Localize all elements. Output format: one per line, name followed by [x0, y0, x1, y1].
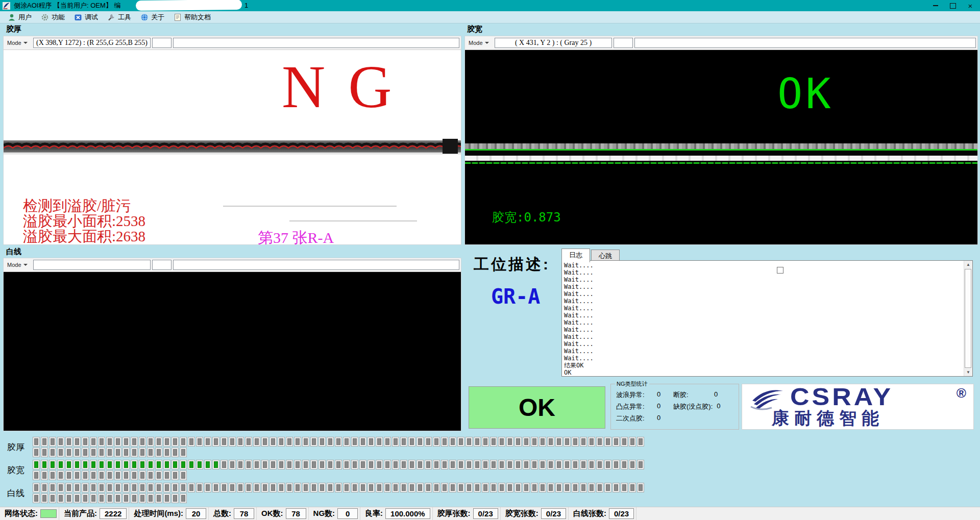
status-value: 0 [337, 508, 358, 519]
indicator-cell [482, 460, 489, 469]
indicator-cell [122, 460, 130, 469]
indicator-cell [523, 460, 530, 469]
indicator-cell [90, 471, 97, 480]
maximize-icon [950, 3, 956, 9]
indicator-cell [310, 437, 317, 447]
indicator-cell [637, 437, 644, 447]
log-scrollbar[interactable]: ▲ ▼ [964, 261, 972, 376]
strip-white [465, 156, 977, 161]
minimize-button[interactable] [927, 0, 944, 11]
indicator-cell [122, 437, 130, 447]
status-item-3: 处理时间(ms):20 [129, 507, 209, 520]
indicator-cell [122, 448, 130, 457]
tab-log[interactable]: 日志 [561, 249, 590, 262]
indicator-cell [302, 437, 309, 447]
indicator-cell [172, 460, 179, 469]
log-line: 结果OK [564, 362, 972, 369]
indicator-cell [514, 460, 522, 469]
glue-thickness-toolbar: Mode (X 398,Y 1272) : (R 255,G 255,B 255… [4, 36, 461, 50]
log-checkbox[interactable] [777, 267, 783, 274]
indicator-cell [49, 493, 56, 503]
close-button[interactable]: × [962, 0, 979, 11]
chevron-down-icon [23, 264, 28, 266]
chevron-down-icon [23, 42, 28, 44]
indicator-cell [196, 483, 203, 492]
indicator-cell [90, 483, 97, 492]
ng-statistics-columns: 波浪异常:0凸点异常:0二次点胶:0 断胶:0缺胶(没点胶):0 [611, 384, 739, 423]
indicator-cell [245, 437, 252, 447]
ng-stat-row: 波浪异常:0 [616, 390, 671, 400]
indicator-cell [564, 483, 571, 492]
log-line: Wait.... [564, 276, 972, 283]
indicator-cell [172, 483, 179, 492]
indicator-cell [155, 471, 162, 480]
indicator-cell [41, 493, 48, 503]
menu-item-5[interactable]: 关于 [136, 12, 169, 23]
indicator-cell [384, 437, 391, 447]
indicator-cell [270, 437, 277, 447]
mode-dropdown[interactable]: Mode [5, 262, 32, 268]
indicator-cell [98, 448, 105, 457]
indicator-cell [474, 483, 481, 492]
indicator-cell [41, 460, 48, 469]
scrollbar-thumb[interactable] [965, 269, 971, 368]
maximize-button[interactable] [944, 0, 962, 11]
menu-item-4[interactable]: 工具 [103, 12, 136, 23]
indicator-cell [621, 437, 628, 447]
menu-item-3[interactable]: 调试 [69, 12, 103, 23]
indicator-cell [114, 471, 121, 480]
indicator-cell [425, 483, 432, 492]
window-controls: × [927, 0, 979, 11]
indicator-cell [245, 460, 252, 469]
indicator-cell [531, 460, 538, 469]
band-end-block [443, 139, 458, 154]
indicator-cell [147, 471, 154, 480]
indicator-cell [180, 483, 187, 492]
indicator-cell [57, 448, 64, 457]
mode-dropdown[interactable]: Mode [467, 40, 493, 46]
panel-title-white-line: 白线 [6, 247, 21, 257]
indicator-cell [74, 493, 81, 503]
menu-item-2[interactable]: 功能 [36, 12, 69, 23]
indicator-cell [33, 471, 40, 480]
aoi-application-window: { "titlebar": { "title": "侧涂AOI程序 【当前用户:… [0, 0, 980, 520]
overall-result-button[interactable]: OK [469, 386, 605, 429]
status-bar: 网络状态:当前产品:2222处理时间(ms):20总数:78OK数:78NG数:… [0, 507, 980, 520]
indicator-cell [196, 437, 203, 447]
result-text-ng: NG [282, 59, 414, 115]
indicator-group-label: 胶宽 [7, 464, 24, 476]
indicator-cell [416, 437, 424, 447]
indicator-cell [531, 437, 538, 447]
indicator-cell [449, 460, 456, 469]
indicator-cell [57, 483, 64, 492]
indicator-cell [514, 437, 522, 447]
station-description-value: GR-A [491, 285, 540, 308]
menu-item-6[interactable]: 帮助文档 [169, 12, 215, 23]
scroll-down-icon[interactable]: ▼ [964, 368, 972, 376]
indicator-cell [74, 448, 81, 457]
ng-stat-row: 断胶:0 [673, 390, 737, 400]
status-item-9: 胶宽张数:0/23 [501, 507, 569, 520]
indicator-cell [65, 448, 72, 457]
log-line: Wait.... [564, 355, 972, 362]
log-line: Wait.... [564, 326, 972, 333]
menu-item-label: 工具 [118, 13, 131, 22]
strip-green-lower [465, 162, 977, 164]
mode-dropdown[interactable]: Mode [5, 40, 32, 46]
indicator-cell [400, 483, 407, 492]
indicator-cell [41, 483, 48, 492]
indicator-cell [416, 483, 424, 492]
indicator-cell [490, 437, 497, 447]
indicator-cell [33, 448, 40, 457]
window-title-suffix: 1 [244, 2, 248, 9]
indicator-cell [57, 493, 64, 503]
scroll-up-icon[interactable]: ▲ [964, 261, 972, 268]
indicator-cell [539, 437, 546, 447]
panel-title-glue-thickness: 胶厚 [6, 24, 21, 34]
menu-item-1[interactable]: 用户 [3, 12, 36, 23]
ng-stat-label: 缺胶(没点胶): [673, 402, 713, 411]
status-label: 处理时间(ms): [131, 509, 186, 518]
defect-message-line: 溢胶最大面积:2638 [23, 229, 145, 244]
indicator-cell [212, 437, 219, 447]
indicator-cell [278, 483, 285, 492]
